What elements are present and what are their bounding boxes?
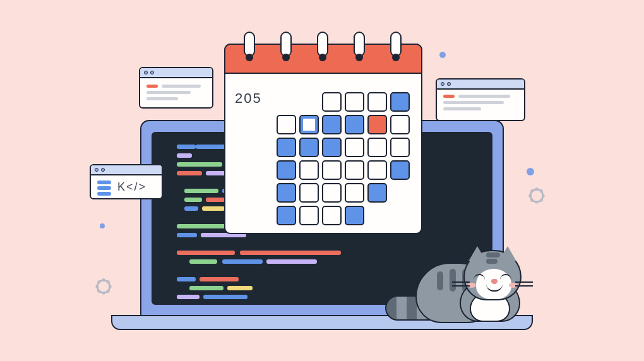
calendar-cell <box>322 138 342 157</box>
illustration: 205 K</> <box>0 0 644 361</box>
calendar-cell <box>322 206 342 225</box>
calendar-cell <box>322 160 342 180</box>
cat-eye <box>500 274 511 280</box>
calendar-cell <box>367 92 387 112</box>
calendar-cell <box>367 183 387 203</box>
code-text: K</> <box>117 180 146 194</box>
calendar-binder <box>244 32 255 57</box>
calendar-grid <box>277 92 413 225</box>
sparkle-icon <box>97 280 110 293</box>
calendar-cell <box>367 115 387 134</box>
calendar-binder <box>317 32 328 57</box>
calendar-cell <box>367 138 387 157</box>
binder-hole <box>246 54 253 61</box>
calendar-cell <box>345 206 364 225</box>
calendar-binder <box>354 32 365 57</box>
calendar-cell <box>299 115 319 134</box>
calendar-cell <box>299 206 319 225</box>
calendar-cell <box>277 92 296 112</box>
cat <box>409 239 535 329</box>
calendar-cell <box>390 115 410 134</box>
calendar-label: 205 <box>235 90 262 107</box>
calendar-cell <box>299 183 319 203</box>
binder-hole <box>355 54 363 61</box>
binder-hole <box>282 54 290 61</box>
calendar-cell <box>390 160 410 180</box>
browser-window <box>139 67 213 109</box>
calendar-cell <box>299 160 319 180</box>
calendar-binder <box>390 32 402 57</box>
dot-icon <box>439 52 446 58</box>
dot-icon <box>527 168 534 175</box>
calendar-cell <box>322 183 342 203</box>
calendar-cell <box>390 92 410 112</box>
calendar-cell <box>345 160 364 180</box>
calendar-cell <box>299 138 319 157</box>
calendar-cell <box>390 138 410 157</box>
calendar-cell <box>390 183 410 203</box>
calendar-cell <box>277 183 296 203</box>
calendar-binder <box>280 32 292 57</box>
sparkle-icon <box>530 189 543 202</box>
dot-icon <box>100 223 105 228</box>
calendar-cell <box>322 92 342 112</box>
calendar-cell <box>390 206 410 225</box>
calendar-cell <box>277 160 296 180</box>
calendar-cell <box>277 115 296 134</box>
cat-head <box>463 250 522 300</box>
calendar-cell <box>299 92 319 112</box>
calendar-cell <box>345 92 364 112</box>
calendar-cell <box>277 138 296 157</box>
calendar-cell <box>345 115 364 134</box>
calendar-cell <box>367 160 387 180</box>
binder-hole <box>319 54 326 61</box>
calendar-cell <box>345 138 364 157</box>
code-window: K</> <box>90 164 163 199</box>
cat-nose <box>491 279 498 284</box>
calendar-cell <box>277 206 296 225</box>
calendar-cell <box>322 115 342 134</box>
cat-ear <box>499 246 516 261</box>
calendar-cell <box>345 183 364 203</box>
binder-hole <box>392 54 400 61</box>
browser-window <box>436 78 525 121</box>
calendar-cell <box>367 206 387 225</box>
cat-ear <box>468 246 486 261</box>
